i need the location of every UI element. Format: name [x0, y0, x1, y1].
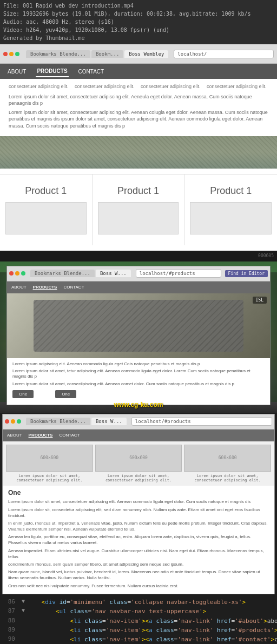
product-image-2: [98, 202, 179, 234]
product-inner-text-1: Lorem ipsum dolor sit amet, consectetuer…: [6, 474, 93, 483]
content-para-5: Aenean imperdiet. Etiam ultricies nisi v…: [8, 548, 269, 560]
products-inner-grid: 600×600 Lorem ipsum dolor sit amet, cons…: [3, 441, 274, 486]
content-para-3: In enim justo, rhoncus ut, imperdiet a, …: [8, 520, 269, 532]
product-title-3: Product 1: [190, 185, 272, 197]
lorem-cell-3: consectetuer adipiscing elit.: [141, 83, 202, 90]
lorem-cell-2: consectetuer adipiscing elit.: [75, 83, 136, 90]
code-text-4: <li class='nav-item'><a class='nav-link'…: [27, 635, 277, 643]
inner-nav3-about[interactable]: ABOUT: [7, 433, 22, 438]
browser-controls-2: [9, 271, 25, 276]
inner-nav3-contact[interactable]: CONTACT: [59, 433, 80, 438]
line-indicator-1: ▼: [19, 607, 27, 613]
bike-overlay-label: ISL: [253, 297, 267, 304]
inner-nav-products[interactable]: PRODUCTS: [33, 285, 57, 290]
browser-tab-3[interactable]: Boss Wembley: [124, 50, 168, 58]
nav-item-products[interactable]: PRODUCTS: [36, 66, 68, 77]
inner-btn-1[interactable]: One: [12, 390, 34, 398]
inner-nav-about[interactable]: ABOUT: [11, 285, 27, 290]
browser2-tab-1[interactable]: Bookmarks Blende...: [30, 270, 95, 277]
file-info-line3: Audio: aac, 48000 Hz, stereo (s16): [3, 18, 274, 26]
content-heading: One: [8, 489, 269, 497]
browser-controls: [3, 52, 19, 56]
lorem-cell-1: consectetuer adipiscing elit.: [9, 83, 70, 90]
code-line-4: 90 <li class='nav-item'><a class='nav-li…: [0, 635, 277, 644]
product-image-1: [5, 202, 87, 234]
file-info-bar: File: 001 Rapid web dev introduction.mp4…: [0, 0, 277, 44]
browser-tab-2[interactable]: Bookm...: [91, 50, 123, 58]
product-card-1: Product 1: [0, 175, 93, 245]
code-line-2: 88 <li class='nav-item'><a class='nav-li…: [0, 616, 277, 626]
site-nav-1: ABOUT PRODUCTS CONTACT: [0, 64, 277, 79]
watermark-section-1: 000605: [0, 251, 277, 261]
product-title-2: Product 1: [98, 185, 179, 197]
product-inner-size-2: 600×600: [129, 455, 148, 460]
file-info-line2: Size: 19932696 bytes (19.01 MiB), durati…: [3, 10, 274, 18]
browser2-tab-2[interactable]: Boss W...: [96, 270, 131, 277]
product-inner-image-2: 600×600: [95, 445, 182, 472]
file-info-line1: File: 001 Rapid web dev introduction.mp4: [3, 2, 274, 10]
maximize-dot-3[interactable]: [17, 419, 21, 424]
close-button-dot[interactable]: [3, 52, 8, 56]
lorem-grid: consectetuer adipiscing elit. consectetu…: [9, 83, 268, 90]
product-inner-size-3: 600×600: [219, 455, 237, 460]
content-para-6: condimentum rhoncus, sem quam semper lib…: [8, 561, 269, 567]
line-number-2: 88: [0, 617, 19, 624]
maximize-dot-2[interactable]: [21, 271, 25, 276]
inner-btn-2[interactable]: One: [55, 390, 76, 398]
code-line-1: 87▼ <ul class='nav navbar-nav text-upper…: [0, 607, 277, 616]
browser3-tab-1[interactable]: Bookmarks Blende...: [26, 418, 90, 425]
content-block: One Lorem ipsum dolor sit amet, consecte…: [3, 486, 274, 593]
minimize-dot-2[interactable]: [15, 271, 19, 276]
cat-image-area: [0, 136, 277, 169]
product-title-1: Product 1: [5, 185, 87, 197]
code-text-3: <li class='nav-item'><a class='nav-link'…: [27, 626, 277, 634]
browser-window-1: Bookmarks Blende... Bookm... Boss Wemble…: [0, 44, 277, 261]
bike-image: [34, 300, 244, 352]
product-image-3: [190, 202, 272, 234]
line-number-4: 90: [0, 635, 19, 642]
close-dot-2[interactable]: [9, 271, 14, 276]
inner-nav-contact[interactable]: CONTACT: [63, 285, 84, 290]
address-bar-1[interactable]: localhost/: [174, 50, 274, 58]
minimize-dot-3[interactable]: [11, 419, 15, 424]
find-in-editor-button[interactable]: Find in Editor: [225, 270, 268, 277]
nav-item-about[interactable]: ABOUT: [6, 66, 27, 77]
lorem-cell-4: consectetuer adipiscing elit.: [207, 83, 268, 90]
browser-tab-1[interactable]: Bookmarks Blende...: [26, 50, 90, 58]
line-indicator-0: ▼: [19, 598, 27, 604]
content-para-7: Nam quam nunc, blandit vel, luctus pulvi…: [8, 569, 269, 581]
code-text-0: <div id='minimenu' class='collapse navba…: [27, 598, 277, 606]
browser-controls-3: [5, 419, 21, 424]
inner-nav3-products[interactable]: PRODUCTS: [29, 433, 53, 438]
inner-nav-3: ABOUT PRODUCTS CONTACT: [3, 430, 274, 441]
maximize-button-dot[interactable]: [15, 52, 19, 56]
product-card-3: Product 1: [184, 175, 277, 245]
address-bar-3[interactable]: localhost/#products: [131, 417, 272, 426]
file-info-line5: Generated by Thumbnail.me: [3, 34, 274, 42]
line-number-1: 87: [0, 607, 19, 614]
baseball-background: Bookmarks Blende... Boss W... localhost/…: [0, 261, 277, 413]
code-editor: 86▼ <div id='minimenu' class='collapse n…: [0, 595, 277, 644]
browser-window-2: Bookmarks Blende... Boss W... localhost/…: [6, 266, 271, 406]
product-card-2: Product 1: [93, 175, 185, 245]
close-dot-3[interactable]: [5, 419, 9, 424]
address-bar-2[interactable]: localhost/#products: [136, 269, 221, 278]
browser-chrome-3: Bookmarks Blende... Boss W... localhost/…: [3, 414, 274, 430]
lorem-block-1: Lorem ipsum dolor sit amet, consectetuer…: [9, 93, 268, 107]
product-inner-text-3: Lorem ipsum dolor sit amet, consectetuer…: [184, 474, 271, 483]
watermark-text-1: 000605: [258, 253, 274, 258]
browser-chrome-2: Bookmarks Blende... Boss W... localhost/…: [7, 266, 270, 281]
browser3-tab-2[interactable]: Boss W...: [91, 418, 127, 425]
inner-lorem-2: Lorem ipsum dolor sit amet, tetur adipis…: [12, 368, 265, 380]
products-grid: Product 1 Product 1 Product 1: [0, 174, 277, 245]
nav-item-contact[interactable]: CONTACT: [77, 66, 105, 77]
inner-nav-2: ABOUT PRODUCTS CONTACT: [7, 281, 270, 293]
product-inner-image-3: 600×600: [184, 445, 271, 472]
content-para-1: Lorem ipsum dolor sit amet, consectetuer…: [8, 499, 269, 505]
bike-image-area: ISL: [7, 293, 270, 358]
inner-content-2: Lorem ipsum adipiscing elit. Aenean comm…: [7, 358, 270, 405]
product-inner-card-3: 600×600 Lorem ipsum dolor sit amet, cons…: [184, 445, 271, 483]
minimize-button-dot[interactable]: [9, 52, 14, 56]
file-info-line4: Video: h264, yuv420p, 1920x1080, 13.08 f…: [3, 26, 274, 34]
browser-tabs: Bookmarks Blende... Bookm... Boss Wemble…: [26, 50, 168, 58]
